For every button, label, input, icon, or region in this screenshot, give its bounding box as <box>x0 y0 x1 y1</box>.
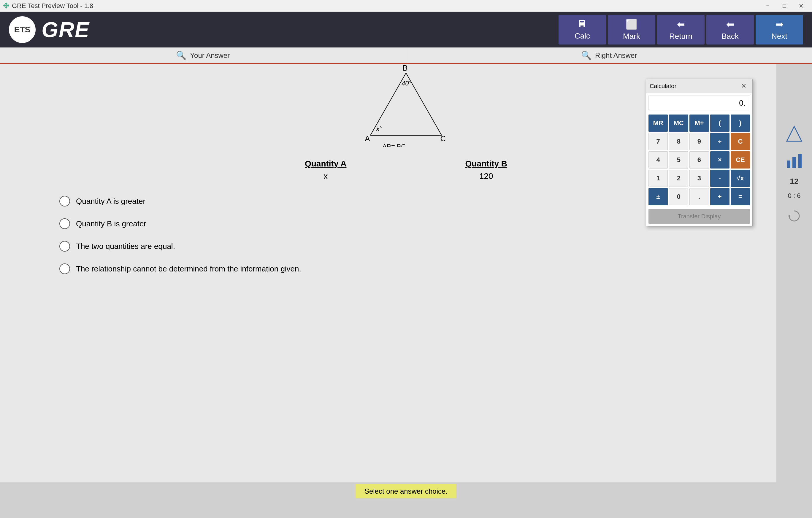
calc-transfer-button[interactable]: Transfer Display <box>648 209 750 224</box>
calc-c[interactable]: C <box>731 133 750 150</box>
title-text: GRE Test Preview Tool - 1.8 <box>12 2 93 10</box>
score-ratio: 0 : 6 <box>788 192 801 200</box>
calc-1[interactable]: 1 <box>648 170 668 187</box>
choice-c-text: The two quantities are equal. <box>76 242 175 251</box>
calc-button[interactable]: 🖩 Calc <box>558 15 606 44</box>
calc-2[interactable]: 2 <box>669 170 688 187</box>
top-navigation: ETS GRE 🖩 Calc ⬜ Mark ⬅ Return ⬅ Back ➡ … <box>0 12 812 48</box>
triangle-icon[interactable] <box>784 123 805 144</box>
svg-rect-10 <box>787 160 790 168</box>
calc-6[interactable]: 6 <box>690 151 709 169</box>
refresh-icon[interactable] <box>784 206 805 226</box>
right-sidebar: 12 0 : 6 <box>776 64 812 500</box>
calc-3[interactable]: 3 <box>690 170 709 187</box>
your-answer-label: Your Answer <box>190 51 230 60</box>
main-content: B 40° A x° C AB= BC Quantity A x Quantit… <box>0 64 812 500</box>
calc-open-paren[interactable]: ( <box>710 115 729 132</box>
calc-display-value: 0. <box>739 98 746 108</box>
calc-9[interactable]: 9 <box>690 133 709 150</box>
calc-4[interactable]: 4 <box>648 151 668 169</box>
question-number: 12 <box>790 177 799 186</box>
mark-button[interactable]: ⬜ Mark <box>608 15 655 44</box>
close-button[interactable]: ✕ <box>793 1 809 11</box>
svg-rect-11 <box>792 157 796 168</box>
calc-mplus[interactable]: M+ <box>690 115 709 132</box>
return-label: Return <box>669 32 692 41</box>
svg-text:x°: x° <box>376 125 382 132</box>
radio-a[interactable] <box>59 196 70 207</box>
calc-minus[interactable]: - <box>710 170 729 187</box>
search-icon-left: 🔍 <box>176 51 186 60</box>
calc-divide[interactable]: ÷ <box>710 133 729 150</box>
calc-decimal[interactable]: . <box>690 188 709 205</box>
calc-equals[interactable]: = <box>731 188 750 205</box>
quantity-a: Quantity A x <box>305 159 347 181</box>
calc-8[interactable]: 8 <box>669 133 688 150</box>
calculator: Calculator ✕ 0. MR MC M+ ( ) 7 8 9 ÷ C 4… <box>646 79 753 226</box>
calc-sqrt[interactable]: √x <box>731 170 750 187</box>
calc-display: 0. <box>648 95 750 110</box>
choice-d[interactable]: The relationship cannot be determined fr… <box>59 264 812 274</box>
calc-buttons: MR MC M+ ( ) 7 8 9 ÷ C 4 5 6 × CE 1 2 3 … <box>646 113 752 208</box>
calc-ce[interactable]: CE <box>731 151 750 169</box>
choice-d-text: The relationship cannot be determined fr… <box>76 264 301 274</box>
svg-text:B: B <box>402 64 407 72</box>
triangle-diagram: B 40° A x° C AB= BC <box>347 64 465 147</box>
next-button[interactable]: ➡ Next <box>756 15 803 44</box>
minimize-button[interactable]: − <box>760 1 776 11</box>
title-bar: ✤ GRE Test Preview Tool - 1.8 − □ ✕ <box>0 0 812 12</box>
calc-icon: 🖩 <box>578 19 587 30</box>
calc-header: Calculator ✕ <box>646 79 752 93</box>
right-answer-section: 🔍 Right Answer <box>406 48 812 63</box>
mark-icon: ⬜ <box>626 19 637 30</box>
return-button[interactable]: ⬅ Return <box>657 15 704 44</box>
svg-rect-12 <box>798 154 802 168</box>
ets-logo: ETS <box>9 16 36 43</box>
next-label: Next <box>771 32 787 41</box>
calc-label: Calc <box>575 31 590 41</box>
calc-close-button[interactable]: ✕ <box>739 82 749 90</box>
calc-mc[interactable]: MC <box>669 115 688 132</box>
quantity-a-label: Quantity A <box>305 159 347 169</box>
radio-c[interactable] <box>59 241 70 251</box>
calc-plus[interactable]: + <box>710 188 729 205</box>
calc-plusminus[interactable]: ± <box>648 188 668 205</box>
mark-label: Mark <box>623 32 640 41</box>
quantity-b-value: 120 <box>465 172 507 181</box>
calc-title: Calculator <box>650 83 676 90</box>
return-icon: ⬅ <box>677 19 685 30</box>
calc-5[interactable]: 5 <box>669 151 688 169</box>
back-button[interactable]: ⬅ Back <box>706 15 754 44</box>
right-answer-label: Right Answer <box>595 51 637 60</box>
choice-b-text: Quantity B is greater <box>76 219 146 228</box>
calc-7[interactable]: 7 <box>648 133 668 150</box>
chart-icon[interactable] <box>784 150 805 171</box>
choice-c[interactable]: The two quantities are equal. <box>59 241 812 251</box>
radio-d[interactable] <box>59 264 70 274</box>
your-answer-section: 🔍 Your Answer <box>0 48 406 63</box>
select-notice: Select one answer choice. <box>355 484 457 499</box>
back-label: Back <box>722 32 739 41</box>
bottom-bar: Select one answer choice. <box>0 482 812 500</box>
next-icon: ➡ <box>776 19 784 30</box>
svg-line-0 <box>370 73 406 135</box>
gre-logo-text: GRE <box>41 18 90 42</box>
svg-text:C: C <box>440 134 446 143</box>
window-title: ✤ GRE Test Preview Tool - 1.8 <box>3 1 93 10</box>
choice-a-text: Quantity A is greater <box>76 197 145 206</box>
calc-0[interactable]: 0 <box>669 188 688 205</box>
quantity-b-label: Quantity B <box>465 159 507 169</box>
svg-marker-9 <box>787 126 802 141</box>
radio-b[interactable] <box>59 218 70 229</box>
quantity-a-value: x <box>305 172 347 181</box>
svg-text:AB= BC: AB= BC <box>382 143 406 147</box>
maximize-button[interactable]: □ <box>776 1 792 11</box>
logo-area: ETS GRE <box>9 16 90 43</box>
search-icon-right: 🔍 <box>581 51 591 60</box>
window-controls: − □ ✕ <box>760 1 809 11</box>
quantity-b: Quantity B 120 <box>465 159 507 181</box>
calc-close-paren[interactable]: ) <box>731 115 750 132</box>
calc-mr[interactable]: MR <box>648 115 668 132</box>
sub-header: 🔍 Your Answer 🔍 Right Answer <box>0 48 812 64</box>
calc-multiply[interactable]: × <box>710 151 729 169</box>
